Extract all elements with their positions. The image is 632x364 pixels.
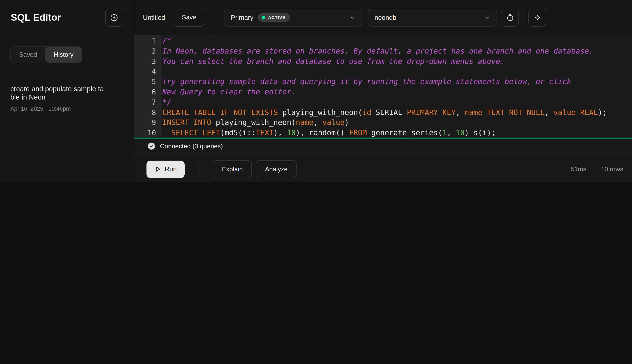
code-line: CREATE TABLE IF NOT EXISTS playing_with_… (162, 107, 632, 118)
branch-status-label: ACTIVE (268, 15, 286, 20)
code-line: */ (162, 97, 632, 108)
stopwatch-icon (506, 13, 515, 22)
run-button[interactable]: Run (146, 160, 185, 178)
code-line (162, 66, 632, 77)
query-duration: 51ms (571, 166, 586, 173)
history-list: create and populate sample table in Neon… (0, 74, 134, 182)
line-number: 10 (134, 128, 156, 138)
database-name: neondb (374, 14, 396, 21)
analyze-button[interactable]: Analyze (256, 160, 297, 178)
plus-circle-icon (110, 13, 119, 22)
sidebar-header: SQL Editor (0, 0, 134, 35)
history-item-title: create and populate sample table in Neon (10, 85, 106, 102)
toolbar-divider (524, 6, 524, 28)
chevron-down-icon (350, 14, 355, 20)
query-row-count: 10 rows (601, 166, 623, 173)
editor-code[interactable]: /*In Neon, databases are stored on branc… (161, 35, 632, 138)
sql-editor[interactable]: 12345678910 /*In Neon, databases are sto… (134, 35, 632, 138)
toolbar: Untitled Save Primary ACTIVE neondb (134, 0, 632, 35)
ai-assist-button[interactable] (529, 8, 546, 26)
play-icon (154, 166, 161, 172)
saved-history-toggle: Saved History (10, 46, 82, 63)
save-button[interactable]: Save (173, 8, 205, 26)
line-number: 4 (134, 66, 156, 77)
code-line: In Neon, databases are stored on branche… (162, 46, 632, 56)
document-title: Untitled (143, 14, 165, 21)
branch-status-badge: ACTIVE (258, 13, 290, 22)
tab-saved[interactable]: Saved (11, 46, 46, 62)
connection-status-text: Connected (3 queries) (160, 142, 223, 150)
code-line: SELECT LEFT(md5(i::TEXT), 10), random() … (162, 128, 632, 138)
page-title: SQL Editor (11, 12, 105, 23)
query-history-button[interactable] (501, 8, 519, 26)
main-panel: Untitled Save Primary ACTIVE neondb (134, 0, 632, 182)
code-line: INSERT INTO playing_with_neon(name, valu… (162, 118, 632, 128)
actions-row: Run Explain Analyze 51ms 10 rows (134, 154, 632, 182)
check-circle-icon (147, 142, 156, 150)
code-line: /* (162, 36, 632, 46)
database-select[interactable]: neondb (368, 8, 497, 26)
code-line: Try generating sample data and querying … (162, 76, 632, 87)
history-item-date: Apr 16, 2025 - 10:46pm (10, 106, 123, 112)
editor-gutter: 12345678910 (134, 35, 161, 138)
history-item[interactable]: create and populate sample table in Neon… (0, 74, 134, 122)
active-status-dot (262, 16, 265, 19)
line-number: 8 (134, 107, 156, 118)
line-number: 2 (134, 46, 156, 56)
sidebar-tab-strip: Saved History (0, 35, 134, 74)
editor-progress-bar (134, 138, 632, 139)
connection-status-row: Connected (3 queries) (134, 139, 632, 154)
chevron-down-icon (485, 14, 491, 20)
explain-button[interactable]: Explain (213, 160, 252, 178)
new-query-button[interactable] (105, 8, 123, 26)
sidebar: SQL Editor Saved History create and popu… (0, 0, 134, 182)
branch-name: Primary (231, 14, 254, 21)
line-number: 9 (134, 118, 156, 128)
actions-divider (198, 161, 199, 178)
line-number: 6 (134, 87, 156, 97)
line-number: 7 (134, 97, 156, 108)
query-stats: 51ms 10 rows (571, 166, 623, 173)
code-line: You can select the branch and database t… (162, 56, 632, 66)
code-line: New Query to clear the editor. (162, 87, 632, 97)
sparkles-icon (533, 13, 542, 22)
line-number: 1 (134, 36, 156, 46)
line-number: 5 (134, 76, 156, 87)
sql-editor-app: SQL Editor Saved History create and popu… (0, 0, 632, 182)
tab-history[interactable]: History (46, 46, 82, 62)
line-number: 3 (134, 56, 156, 66)
branch-select[interactable]: Primary ACTIVE (224, 8, 362, 26)
toolbar-divider (214, 0, 215, 35)
